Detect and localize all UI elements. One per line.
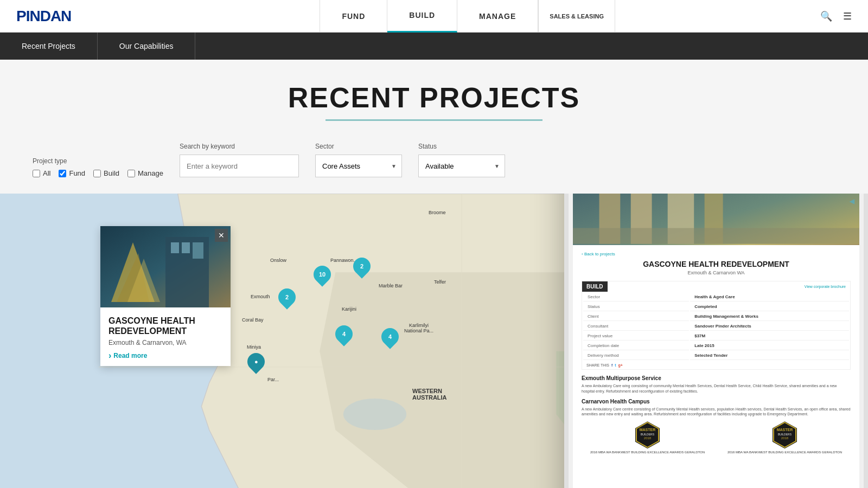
- svg-text:2018: 2018: [644, 436, 652, 440]
- table-cell-label: Project value: [583, 332, 689, 341]
- device-section-text-1: A new Ambulatory Care wing consisting of…: [582, 383, 851, 394]
- menu-icon[interactable]: ☰: [843, 10, 852, 22]
- device-section-title-2: Carnarvon Health Campus: [582, 399, 851, 404]
- table-row: Client Building Management & Works: [583, 312, 849, 321]
- table-cell-value: Selected Tender: [690, 351, 849, 360]
- checkbox-all-label: All: [43, 169, 50, 177]
- table-cell-label: Client: [583, 312, 689, 321]
- nav-right: 🔍 ☰: [820, 10, 852, 22]
- popup-image-bg: [100, 226, 231, 307]
- checkbox-fund-label: Fund: [69, 169, 85, 177]
- status-select[interactable]: Available: [418, 155, 505, 177]
- checkbox-build-input[interactable]: [93, 170, 101, 177]
- nav-fund[interactable]: FUND: [320, 0, 387, 33]
- device-project-title: GASCOYNE HEALTH REDEVELOPMENT: [582, 260, 851, 268]
- checkbox-manage-input[interactable]: [127, 170, 135, 177]
- page-title-area: RECENT PROJECTS: [0, 60, 868, 132]
- award-text-1: 2016 MBA WA BANKWEST BUILDING EXCELLENCE…: [582, 451, 713, 454]
- table-row: Delivery method Selected Tender: [583, 351, 849, 360]
- sub-nav: Recent Projects Our Capabilities: [0, 33, 868, 60]
- sector-filter: Sector Core Assets ▼: [315, 143, 402, 177]
- keyword-label: Search by keyword: [180, 143, 299, 150]
- award-badge-1: MASTER BUILDERS 2018: [635, 421, 660, 448]
- device-project-subtitle: Exmouth & Carnarvon WA: [582, 270, 851, 275]
- status-select-wrapper: Available ▼: [418, 155, 505, 177]
- device-facebook-icon[interactable]: f: [611, 363, 612, 367]
- svg-text:BUILDERS: BUILDERS: [778, 433, 792, 436]
- checkbox-all[interactable]: All: [33, 169, 50, 177]
- device-awards: MASTER BUILDERS 2018 2016 MBA WA BANKWES…: [582, 421, 851, 454]
- svg-rect-18: [573, 228, 859, 244]
- device-share-bar: SHARE THIS f t g+: [582, 361, 850, 369]
- search-icon[interactable]: 🔍: [820, 10, 832, 22]
- device-section-title-1: Exmouth Multipurpose Service: [582, 375, 851, 381]
- keyword-filter: Search by keyword: [180, 143, 299, 177]
- nav-sales-leasing[interactable]: SALES & LEASING: [538, 0, 615, 33]
- sub-nav-our-capabilities[interactable]: Our Capabilities: [98, 33, 196, 60]
- checkbox-build[interactable]: Build: [93, 169, 119, 177]
- svg-text:BUILDERS: BUILDERS: [641, 433, 655, 436]
- svg-rect-11: [193, 242, 203, 259]
- sector-select[interactable]: Core Assets: [315, 155, 402, 177]
- map-area: Broome Marble Bar Exmouth Coral Bay Mini…: [0, 194, 868, 488]
- status-label: Status: [418, 143, 505, 150]
- checkbox-manage[interactable]: Manage: [127, 169, 163, 177]
- project-type-label: Project type: [33, 157, 163, 165]
- status-filter: Status Available ▼: [418, 143, 505, 177]
- device-award-1: MASTER BUILDERS 2018 2016 MBA WA BANKWES…: [582, 421, 713, 454]
- device-hero-bg: [573, 194, 859, 245]
- nav-manage[interactable]: MANAGE: [457, 0, 538, 33]
- table-row: Status Completed: [583, 303, 849, 311]
- table-cell-label: Completion date: [583, 342, 689, 350]
- popup-close-button[interactable]: ✕: [215, 229, 228, 242]
- popup-location: Exmouth & Carnarvon, WA: [108, 339, 222, 346]
- device-screen: PINDAN FUND BUILD MANAGE SALES &LEASING …: [573, 194, 859, 488]
- device-brochure-link[interactable]: View corporate brochure: [800, 282, 850, 291]
- brand-logo[interactable]: PINDAN: [16, 8, 71, 25]
- project-type-checkboxes: All Fund Build Manage: [33, 169, 163, 177]
- device-hero-svg: [573, 194, 859, 245]
- project-type-filter: Project type All Fund Build Manage: [33, 157, 163, 177]
- device-frame: PINDAN FUND BUILD MANAGE SALES &LEASING …: [564, 194, 868, 488]
- header: PINDAN FUND BUILD MANAGE SALES & LEASING…: [0, 0, 868, 33]
- device-back-link[interactable]: ‹ Back to projects: [582, 252, 851, 256]
- svg-point-1: [343, 399, 406, 430]
- checkbox-all-input[interactable]: [33, 170, 40, 177]
- checkbox-fund[interactable]: Fund: [59, 169, 85, 177]
- table-row: Sector Health & Aged Care: [583, 293, 849, 301]
- popup-image-svg: [100, 226, 231, 307]
- table-row: Consultant Sandover Pinder Architects: [583, 322, 849, 331]
- device-twitter-icon[interactable]: t: [615, 363, 616, 367]
- sector-select-wrapper: Core Assets ▼: [315, 155, 402, 177]
- page-title: RECENT PROJECTS: [11, 81, 857, 114]
- popup-read-more-link[interactable]: Read more: [108, 351, 222, 361]
- device-info-section: BUILD View corporate brochure Sector Hea…: [582, 281, 851, 370]
- nav-build[interactable]: BUILD: [387, 0, 457, 33]
- mobile-device-overlay: PINDAN FUND BUILD MANAGE SALES &LEASING …: [553, 194, 868, 488]
- checkbox-build-label: Build: [104, 169, 119, 177]
- filter-bar: Project type All Fund Build Manage Searc…: [0, 132, 868, 194]
- sub-nav-recent-projects[interactable]: Recent Projects: [0, 33, 98, 60]
- keyword-input[interactable]: [180, 155, 299, 177]
- svg-rect-10: [182, 242, 190, 253]
- device-info-table: Sector Health & Aged Care Status Complet…: [582, 292, 850, 361]
- table-cell-label: Delivery method: [583, 351, 689, 360]
- main-nav: FUND BUILD MANAGE SALES & LEASING: [114, 0, 820, 33]
- device-content: ‹ Back to projects GASCOYNE HEALTH REDEV…: [573, 245, 859, 460]
- popup-content: GASCOYNE HEALTH REDEVELOPMENT Exmouth & …: [100, 307, 231, 366]
- table-cell-value: Health & Aged Care: [690, 293, 849, 301]
- sector-label: Sector: [315, 143, 402, 150]
- table-cell-value: Sandover Pinder Architects: [690, 322, 849, 331]
- checkbox-fund-input[interactable]: [59, 170, 66, 177]
- device-section-header: BUILD: [582, 281, 608, 292]
- device-award-2: MASTER BUILDERS 2018 2016 MBA WA BANKWES…: [719, 421, 851, 454]
- table-row: Completion date Late 2015: [583, 342, 849, 350]
- table-cell-label: Status: [583, 303, 689, 311]
- svg-text:MASTER: MASTER: [640, 428, 656, 432]
- table-cell-label: Consultant: [583, 322, 689, 331]
- device-hero-image: [573, 194, 859, 245]
- popup-project-title: GASCOYNE HEALTH REDEVELOPMENT: [108, 316, 222, 336]
- device-gplus-icon[interactable]: g+: [618, 363, 623, 367]
- table-row: Project value $37M: [583, 332, 849, 341]
- project-popup: ✕ GASCOYNE HEALTH REDEVELOPMENT Exmouth …: [100, 226, 231, 366]
